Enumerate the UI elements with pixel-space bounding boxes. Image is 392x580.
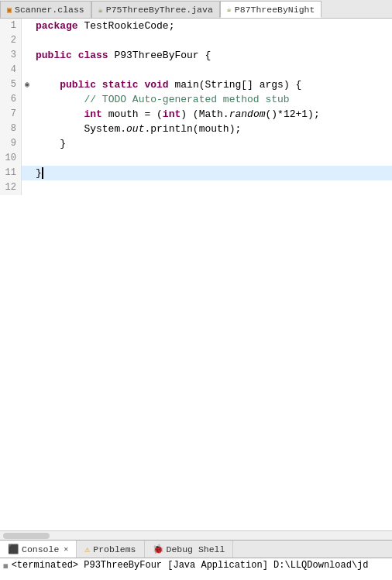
horizontal-scrollbar[interactable] <box>0 530 392 540</box>
line-number-1: 1 <box>0 19 22 33</box>
line-number-12: 12 <box>0 180 22 195</box>
token-plain: P93ThreeByFour { <box>108 50 211 61</box>
token-plain <box>96 79 102 91</box>
java-file-icon-p75: ☕ <box>98 5 103 15</box>
line-code-4 <box>33 63 42 77</box>
line-number-10: 10 <box>0 151 22 166</box>
tab-debug-shell[interactable]: 🐞 Debug Shell <box>145 541 234 558</box>
console-close-icon[interactable]: ✕ <box>64 544 68 554</box>
line-number-11: 11 <box>0 166 22 180</box>
token-plain: TestRookieCode; <box>78 20 175 32</box>
token-plain: main(String[] args) { <box>169 79 302 91</box>
token-plain: mouth = ( <box>102 108 163 120</box>
debug-shell-label: Debug Shell <box>167 544 225 554</box>
token-kw: public <box>60 79 96 91</box>
tab-bar: ▣ Scanner.class ☕ P75ThreeByThree.java ☕… <box>0 0 392 19</box>
code-line-2: 2 <box>0 33 392 48</box>
token-method: random <box>229 108 266 120</box>
code-line-4: 4 <box>0 63 392 77</box>
console-output: ◼ <terminated> P93ThreeByFour [Java Appl… <box>0 558 392 580</box>
terminated-line: ◼ <terminated> P93ThreeByFour [Java Appl… <box>3 560 389 571</box>
line-number-3: 3 <box>0 48 22 63</box>
line-code-10 <box>33 151 42 166</box>
line-number-6: 6 <box>0 92 22 107</box>
tab-scanner-label: Scanner.class <box>15 5 84 15</box>
token-plain <box>36 108 84 120</box>
console-icon: ⬛ <box>8 544 19 554</box>
class-file-icon: ▣ <box>7 5 12 15</box>
tab-console[interactable]: ⬛ Console ✕ <box>0 541 77 558</box>
tab-scanner[interactable]: ▣ Scanner.class <box>0 1 91 18</box>
tab-p75[interactable]: ☕ P75ThreeByThree.java <box>91 1 220 18</box>
code-line-8: 8 System.out.println(mouth); <box>0 122 392 136</box>
code-editor[interactable]: 1package TestRookieCode;2 3public class … <box>0 19 392 530</box>
token-plain <box>72 50 78 61</box>
line-code-7: int mouth = (int) (Math.random()*12+1); <box>33 107 320 122</box>
code-line-5: 5◉ public static void main(String[] args… <box>0 77 392 92</box>
line-gutter-5: ◉ <box>22 77 33 92</box>
token-plain: ) (Math. <box>181 108 229 120</box>
token-method: out <box>126 123 144 135</box>
code-line-6: 6 // TODO Auto-generated method stub <box>0 92 392 107</box>
line-code-2 <box>33 33 42 48</box>
token-kw: static <box>102 79 139 91</box>
token-kw: public <box>36 50 72 61</box>
token-plain <box>36 79 60 91</box>
token-plain: } <box>36 138 66 149</box>
terminated-icon: ◼ <box>3 561 9 571</box>
code-content: 1package TestRookieCode;2 3public class … <box>0 19 392 530</box>
bottom-tab-bar: ⬛ Console ✕ ⚠ Problems 🐞 Debug Shell <box>0 541 392 558</box>
tab-p87[interactable]: ☕ P87ThreeByNight <box>220 1 322 18</box>
code-line-3: 3public class P93ThreeByFour { <box>0 48 392 63</box>
token-plain: } <box>36 167 42 179</box>
tab-p75-label: P75ThreeByThree.java <box>106 5 213 15</box>
token-plain: System. <box>36 123 126 135</box>
line-number-5: 5 <box>0 77 22 92</box>
hscroll-thumb[interactable] <box>3 533 50 539</box>
code-line-1: 1package TestRookieCode; <box>0 19 392 33</box>
line-code-12 <box>33 180 42 195</box>
code-line-11: 11} <box>0 166 392 180</box>
text-cursor <box>42 167 43 179</box>
terminated-text: <terminated> P93ThreeByFour [Java Applic… <box>12 560 369 571</box>
token-kw: class <box>78 50 108 61</box>
line-number-7: 7 <box>0 107 22 122</box>
console-label: Console <box>22 544 59 554</box>
line-code-8: System.out.println(mouth); <box>33 122 241 136</box>
problems-icon: ⚠ <box>84 544 90 554</box>
line-code-9: } <box>33 136 66 151</box>
line-code-1: package TestRookieCode; <box>33 19 174 33</box>
code-line-9: 9 } <box>0 136 392 151</box>
token-cm: // TODO Auto-generated method stub <box>84 94 289 105</box>
line-code-11: } <box>33 166 43 180</box>
line-number-9: 9 <box>0 136 22 151</box>
line-number-4: 4 <box>0 63 22 77</box>
debug-icon: 🐞 <box>153 544 163 554</box>
token-plain <box>36 94 84 105</box>
tab-p87-label: P87ThreeByNight <box>235 5 315 15</box>
problems-label: Problems <box>93 544 136 554</box>
token-plain: .println(mouth); <box>144 123 241 135</box>
code-line-7: 7 int mouth = (int) (Math.random()*12+1)… <box>0 107 392 122</box>
token-kw: package <box>36 20 78 32</box>
token-kw: void <box>144 79 168 91</box>
token-plain: ()*12+1); <box>265 108 319 120</box>
line-code-3: public class P93ThreeByFour { <box>33 48 211 63</box>
line-number-2: 2 <box>0 33 22 48</box>
code-line-12: 12 <box>0 180 392 195</box>
bottom-panel: ⬛ Console ✕ ⚠ Problems 🐞 Debug Shell ◼ <… <box>0 540 392 580</box>
tab-problems[interactable]: ⚠ Problems <box>77 541 144 558</box>
code-line-10: 10 <box>0 151 392 166</box>
java-file-icon-p87: ☕ <box>227 5 232 14</box>
token-kw: int <box>163 108 181 120</box>
line-code-5: public static void main(String[] args) { <box>33 77 301 92</box>
line-code-6: // TODO Auto-generated method stub <box>33 92 290 107</box>
token-kw: int <box>84 108 101 120</box>
line-number-8: 8 <box>0 122 22 136</box>
